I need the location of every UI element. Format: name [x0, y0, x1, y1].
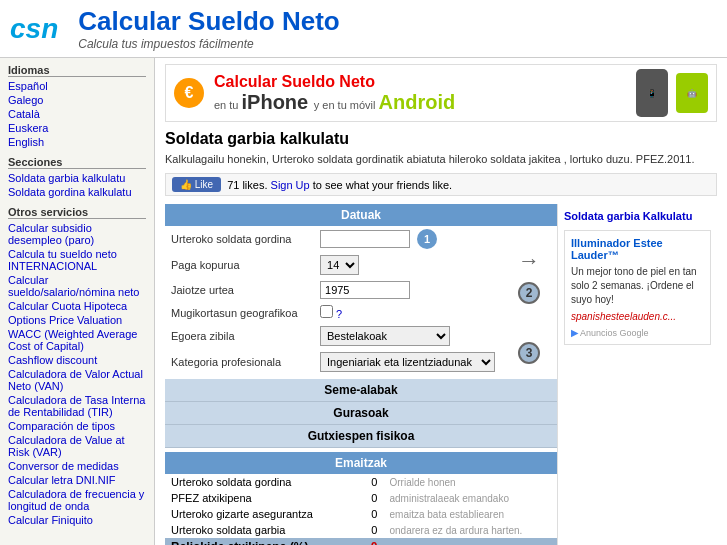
sidebar-link-options[interactable]: Options Price Valuation [8, 314, 146, 326]
field-row-soldata-gordina: Urteroko soldata gordina 1 → 2 3 [165, 226, 557, 252]
emaitzak-header: Emaitzak [165, 452, 557, 474]
mugikortasun-help: ? [336, 308, 342, 320]
field-row-paga: Paga kopurua 12 13 14 [165, 252, 557, 278]
label-jaiotze: Jaiotze urtea [165, 278, 314, 302]
like-button[interactable]: 👍 Like [172, 177, 221, 192]
field-row-jaiotze: Jaiotze urtea [165, 278, 557, 302]
banner-text: Calcular Sueldo Neto en tu iPhone y en t… [214, 73, 626, 114]
page-description: Kalkulagailu honekin, Urteroko soldata g… [165, 152, 717, 167]
sidebar-link-medidas[interactable]: Conversor de medidas [8, 460, 146, 472]
sidebar-link-nomina[interactable]: Calcular sueldo/salario/nómina neto [8, 274, 146, 298]
sidebar-link-tir[interactable]: Calculadora de Tasa Interna de Rentabili… [8, 394, 146, 418]
input-jaiotze[interactable] [320, 281, 410, 299]
sidebar-link-frecuencia[interactable]: Calculadora de frecuencia y longitud de … [8, 488, 146, 512]
input-cell-kategoria: Ingeniariak eta lizentziadunak Teknikari… [314, 349, 501, 375]
sidebar-link-galego[interactable]: Galego [8, 94, 146, 106]
ad-domain: spanishesteelauden.c... [571, 311, 704, 322]
header: csn Calcular Sueldo Neto Calcula tus imp… [0, 0, 727, 58]
ad-block: Illuminador Estee Lauder™ Un mejor tono … [564, 230, 711, 345]
main-title: Calcular Sueldo Neto [78, 6, 340, 37]
sidebar-link-internacional[interactable]: Calcula tu sueldo neto INTERNACIONAL [8, 248, 146, 272]
field-row-egoera: Egoera zibila Bestelakoak Ezkondua Banan… [165, 323, 557, 349]
annotation-3: 3 [518, 342, 540, 364]
sidebar-link-english[interactable]: English [8, 136, 146, 148]
page-heading: Soldata garbia kalkulatu [165, 130, 717, 148]
result-row-pfez: PFEZ atxikipena 0 administralaeak emanda… [165, 490, 557, 506]
result-val-baliokide: 0 [353, 538, 383, 545]
ad-subtitle: Illuminador Estee Lauder™ [571, 237, 704, 261]
input-soldata-gordina[interactable] [320, 230, 410, 248]
banner-iphone-line: en tu iPhone y en tu móvil Android [214, 91, 626, 114]
banner-icons: 📱 🤖 [636, 69, 708, 117]
field-row-kategoria: Kategoria profesionala Ingeniariak eta l… [165, 349, 557, 375]
banner-iphone: iPhone [242, 91, 314, 113]
result-label-baliokide: Baliokide atxikipena (%) [165, 538, 353, 545]
datuak-header: Datuak [165, 204, 557, 226]
sidebar-link-espanol[interactable]: Español [8, 80, 146, 92]
sidebar-link-finiquito[interactable]: Calcular Finiquito [8, 514, 146, 526]
result-val-pfez: 0 [353, 490, 383, 506]
banner-euro: € [174, 78, 204, 108]
sidebar-link-wacc[interactable]: WACC (Weighted Average Cost of Capital) [8, 328, 146, 352]
calc-button-link[interactable]: Soldata garbia Kalkulatu [564, 210, 692, 222]
sidebar-link-var[interactable]: Calculadora de Value at Risk (VAR) [8, 434, 146, 458]
signup-link[interactable]: Sign Up [271, 179, 310, 191]
google-ads-label: ▶ Anuncios Google [571, 328, 704, 338]
input-cell-paga: 12 13 14 [314, 252, 501, 278]
select-egoera[interactable]: Bestelakoak Ezkondua Banandua [320, 326, 450, 346]
sidebar-link-catala[interactable]: Català [8, 108, 146, 120]
result-val-garbia: 0 [353, 522, 383, 538]
sidebar-link-dni[interactable]: Calcular letra DNI.NIF [8, 474, 146, 486]
sidebar: Idiomas Español Galego Català Euskera En… [0, 58, 155, 545]
sidebar-link-soldata-garbia[interactable]: Soldata garbia kalkulatu [8, 172, 146, 184]
sidebar-link-hipoteca[interactable]: Calcular Cuota Hipoteca [8, 300, 146, 312]
datuak-table: Datuak Urteroko soldata gordina 1 → 2 [165, 204, 557, 375]
android-icon: 🤖 [676, 73, 708, 113]
like-count: 71 likes. Sign Up to see what your frien… [227, 179, 452, 191]
result-row-asegurantza: Urteroko gizarte asegurantza 0 emaitza b… [165, 506, 557, 522]
sidebar-link-cashflow[interactable]: Cashflow discount [8, 354, 146, 366]
label-soldata-gordina: Urteroko soldata gordina [165, 226, 314, 252]
results-table: Urteroko soldata gordina 0 Orrialde hone… [165, 474, 557, 545]
like-number: 71 likes. [227, 179, 267, 191]
result-note-asegurantza: emaitza bata establiearen [383, 506, 557, 522]
banner: € Calcular Sueldo Neto en tu iPhone y en… [165, 64, 717, 122]
annotation-2: 2 [518, 282, 540, 304]
logo[interactable]: csn [10, 13, 58, 45]
arrow-right-icon: → [518, 248, 540, 274]
select-paga[interactable]: 12 13 14 [320, 255, 359, 275]
result-note-garbia: ondarera ez da ardura harten. [383, 522, 557, 538]
result-row-baliokide: Baliokide atxikipena (%) 0 [165, 538, 557, 545]
gutxiespen-section[interactable]: Gutxiespen fisikoa [165, 425, 557, 448]
main-area: € Calcular Sueldo Neto en tu iPhone y en… [155, 58, 727, 545]
checkbox-mugikortasun[interactable] [320, 305, 333, 318]
result-val-gordina: 0 [353, 474, 383, 490]
result-label-asegurantza: Urteroko gizarte asegurantza [165, 506, 353, 522]
seme-alabak-section[interactable]: Seme-alabak [165, 379, 557, 402]
banner-prefix: en tu [214, 99, 238, 111]
result-val-asegurantza: 0 [353, 506, 383, 522]
banner-android: Android [379, 91, 456, 113]
sidebar-link-euskera[interactable]: Euskera [8, 122, 146, 134]
main-content-area: Datuak Urteroko soldata gordina 1 → 2 [165, 204, 717, 545]
label-egoera: Egoera zibila [165, 323, 314, 349]
banner-and-prefix: y en tu móvil [314, 99, 379, 111]
gurasoak-section[interactable]: Gurasoak [165, 402, 557, 425]
result-label-gordina: Urteroko soldata gordina [165, 474, 353, 490]
layout: Idiomas Español Galego Català Euskera En… [0, 58, 727, 545]
idiomas-title: Idiomas [8, 64, 146, 77]
result-note-gordina: Orrialde honen [383, 474, 557, 490]
sidebar-link-soldata-gordina[interactable]: Soldata gordina kalkulatu [8, 186, 146, 198]
sidebar-link-desempleo[interactable]: Calcular subsidio desempleo (paro) [8, 222, 146, 246]
annotation-1: 1 [417, 229, 437, 249]
label-mugikortasun: Mugikortasun geografikoa [165, 302, 314, 323]
sidebar-link-van[interactable]: Calculadora de Valor Actual Neto (VAN) [8, 368, 146, 392]
otros-title: Otros servicios [8, 206, 146, 219]
input-cell-jaiotze [314, 278, 501, 302]
sidebar-link-comparacion[interactable]: Comparación de tipos [8, 420, 146, 432]
input-cell-egoera: Bestelakoak Ezkondua Banandua [314, 323, 501, 349]
ad-text: Un mejor tono de piel en tan solo 2 sema… [571, 265, 704, 307]
result-label-pfez: PFEZ atxikipena [165, 490, 353, 506]
select-kategoria[interactable]: Ingeniariak eta lizentziadunak Teknikari… [320, 352, 495, 372]
input-cell-mugikortasun: ? [314, 302, 501, 323]
